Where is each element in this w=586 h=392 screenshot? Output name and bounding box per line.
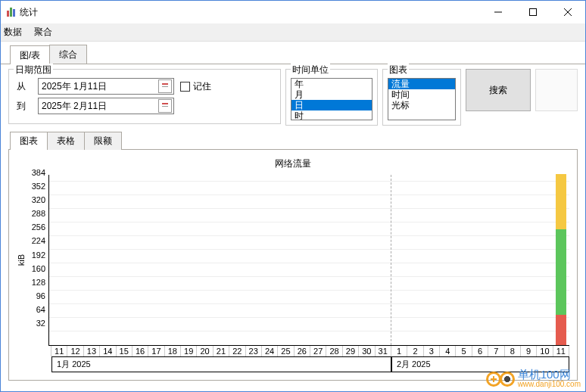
- calendar-icon[interactable]: [158, 79, 172, 93]
- x-tick: 8: [504, 346, 521, 356]
- chart-panel: 网络流量 kiB 3264961281601922242562883203523…: [8, 149, 578, 381]
- x-tick: 5: [455, 346, 472, 356]
- date-range-fieldset: 日期范围 从 2025年 1月11日 记住 到 2025年 2月11日: [8, 69, 281, 124]
- x-tick: 1: [391, 346, 407, 356]
- x-tick: 11: [51, 346, 67, 356]
- time-unit-fieldset: 时间单位 年月日时: [285, 69, 378, 126]
- list-item[interactable]: 月: [291, 89, 372, 100]
- to-label: 到: [17, 100, 32, 113]
- search-button-label: 搜索: [489, 84, 507, 97]
- x-tick: 21: [213, 346, 229, 356]
- x-tick: 18: [164, 346, 181, 356]
- x-tick: 26: [294, 346, 310, 356]
- x-tick: 19: [180, 346, 197, 356]
- x-tick: 16: [132, 346, 148, 356]
- remember-checkbox[interactable]: 记住: [180, 80, 211, 93]
- x-tick: 10: [536, 346, 553, 356]
- x-tick: 13: [83, 346, 100, 356]
- y-axis-label: kiB: [17, 254, 26, 266]
- x-tick: 20: [196, 346, 213, 356]
- x-tick: 28: [326, 346, 342, 356]
- maximize-button[interactable]: [516, 1, 550, 23]
- x-tick: 7: [488, 346, 504, 356]
- x-tick: 14: [99, 346, 116, 356]
- x-tick: 29: [342, 346, 359, 356]
- bar: [556, 174, 566, 345]
- chart-select-listbox[interactable]: 流量时间光标: [388, 78, 456, 120]
- x-tick: 3: [423, 346, 440, 356]
- x-tick: 17: [148, 346, 164, 356]
- x-axis-ticks: 1112131415161718192021222324252627282930…: [51, 346, 569, 357]
- chart-select-fieldset: 图表 流量时间光标: [382, 69, 461, 126]
- x-tick: 24: [261, 346, 278, 356]
- watermark-url: www.danji100.com: [518, 380, 581, 388]
- filter-panel: 日期范围 从 2025年 1月11日 记住 到 2025年 2月11日: [1, 64, 585, 130]
- list-item[interactable]: 时间: [388, 89, 455, 100]
- x-tick: 31: [375, 346, 391, 356]
- time-unit-legend: 时间单位: [291, 64, 330, 76]
- titlebar: 统计: [1, 1, 585, 23]
- x-tick: 22: [229, 346, 245, 356]
- window-controls: [481, 1, 585, 23]
- menu-aggregate[interactable]: 聚合: [34, 26, 52, 39]
- x-tick: 25: [277, 346, 294, 356]
- chart-title: 网络流量: [17, 157, 569, 170]
- x-tick: 30: [358, 346, 375, 356]
- x-axis: 1112131415161718192021222324252627282930…: [51, 346, 569, 372]
- close-button[interactable]: [550, 1, 585, 23]
- x-tick: 4: [439, 346, 456, 356]
- time-unit-listbox[interactable]: 年月日时: [291, 78, 372, 120]
- x-tick: 2: [407, 346, 423, 356]
- x-axis-groups: 1月 20252月 2025: [51, 357, 569, 372]
- tab-chart-table[interactable]: 图/表: [10, 45, 50, 64]
- x-tick: 12: [67, 346, 83, 356]
- subtab-quota[interactable]: 限额: [84, 132, 122, 150]
- from-datepicker[interactable]: 2025年 1月11日: [38, 78, 174, 95]
- minimize-button[interactable]: [481, 1, 516, 23]
- list-item[interactable]: 流量: [388, 79, 455, 89]
- checkbox-icon: [180, 82, 190, 92]
- subtab-table[interactable]: 表格: [47, 132, 85, 150]
- plot-area: [48, 175, 569, 346]
- menu-data[interactable]: 数据: [4, 26, 22, 39]
- remember-label: 记住: [193, 80, 211, 93]
- list-item[interactable]: 日: [291, 100, 372, 110]
- chart-select-legend: 图表: [388, 64, 409, 76]
- x-tick: 11: [553, 346, 569, 356]
- spacer-panel: [535, 69, 578, 111]
- main-tabs: 图/表 综合: [1, 45, 585, 64]
- subtab-chart[interactable]: 图表: [10, 132, 48, 150]
- app-icon: [7, 8, 15, 17]
- from-date-value: 2025年 1月11日: [42, 80, 107, 93]
- date-range-legend: 日期范围: [14, 64, 53, 76]
- svg-rect-1: [530, 9, 537, 16]
- search-button[interactable]: 搜索: [466, 69, 531, 111]
- x-tick: 15: [116, 346, 132, 356]
- x-tick: 9: [520, 346, 537, 356]
- chart: 网络流量 kiB 3264961281601922242562883203523…: [17, 157, 569, 372]
- calendar-icon[interactable]: [158, 99, 172, 113]
- list-item[interactable]: 时: [291, 110, 372, 120]
- from-label: 从: [17, 80, 32, 93]
- x-tick: 6: [472, 346, 488, 356]
- sub-tabs: 图表 表格 限额: [1, 132, 585, 150]
- x-tick: 23: [245, 346, 262, 356]
- x-group-label: 2月 2025: [391, 357, 569, 372]
- to-date-value: 2025年 2月11日: [42, 100, 107, 113]
- list-item[interactable]: 光标: [388, 100, 455, 110]
- x-group-label: 1月 2025: [51, 357, 391, 372]
- menubar: 数据 聚合: [1, 23, 585, 42]
- to-datepicker[interactable]: 2025年 2月11日: [38, 98, 174, 114]
- x-tick: 27: [310, 346, 326, 356]
- window-title: 统计: [20, 6, 38, 19]
- list-item[interactable]: 年: [291, 79, 372, 89]
- y-axis-ticks: 326496128160192224256288320352384: [27, 175, 48, 346]
- tab-comprehensive[interactable]: 综合: [49, 45, 87, 64]
